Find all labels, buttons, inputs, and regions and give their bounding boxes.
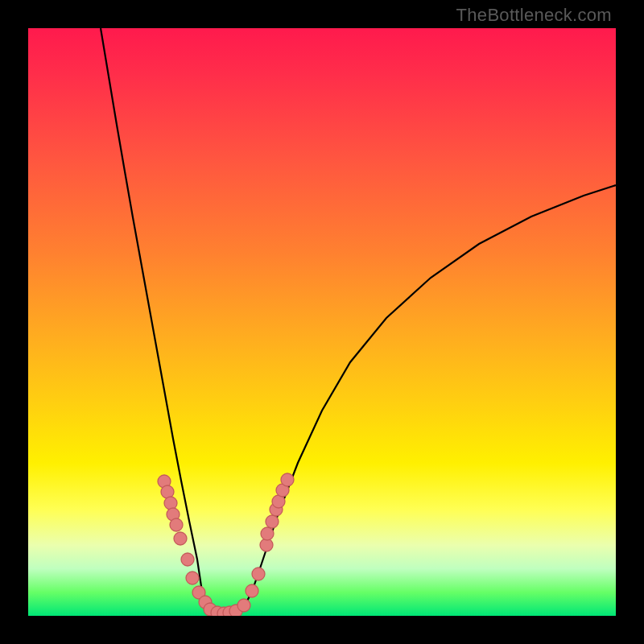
data-point (174, 532, 187, 545)
data-point (170, 518, 183, 531)
data-point (186, 572, 199, 584)
data-point (266, 515, 279, 528)
data-point (181, 553, 194, 566)
watermark-text: TheBottleneck.com (456, 5, 612, 26)
plot-area (28, 28, 616, 616)
data-point (237, 599, 250, 612)
data-markers (158, 473, 294, 616)
data-point (261, 527, 274, 540)
data-point (281, 473, 294, 486)
data-point (252, 568, 265, 580)
data-point (164, 497, 177, 510)
chart-frame: TheBottleneck.com (0, 0, 644, 644)
curve-svg (28, 28, 616, 616)
data-point (246, 584, 258, 597)
